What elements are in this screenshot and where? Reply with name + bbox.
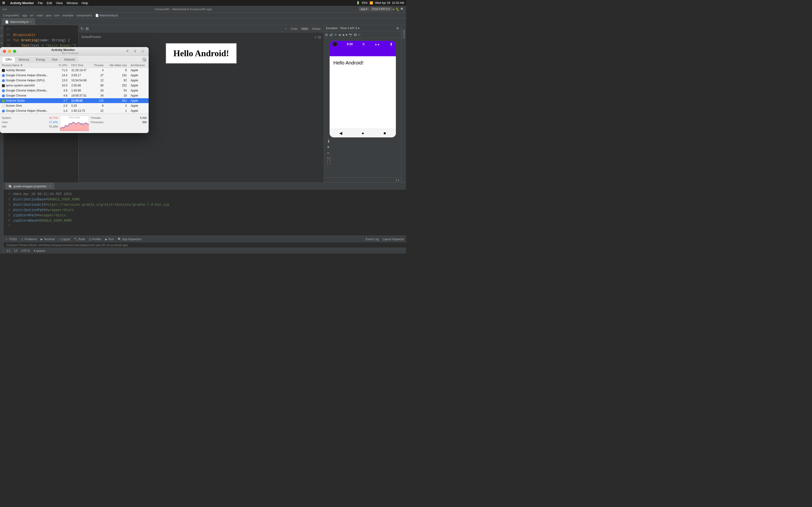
code-btn[interactable]: Code — [290, 27, 299, 30]
bst-build[interactable]: 🔨 Build — [74, 237, 85, 241]
col-idle[interactable]: Idle Wake Ups — [106, 63, 129, 68]
am-maximize-btn[interactable] — [13, 50, 16, 53]
bc-com[interactable]: com — [54, 14, 60, 17]
em-stop[interactable]: ■ — [346, 33, 347, 37]
tab-mainactivity-close[interactable]: ✕ — [30, 20, 32, 23]
tab-mainactivity[interactable]: 📄 MainActivity.kt ✕ — [2, 18, 35, 25]
bst-todo[interactable]: ✓ TODO — [5, 237, 17, 241]
table-row-android-studio[interactable]: Android Studio 2.7 11:09.62 115 451 Appl… — [0, 98, 149, 103]
bst-terminal[interactable]: ▶ Terminal — [41, 237, 55, 241]
bst-layout-inspector[interactable]: Layout Inspector — [383, 237, 404, 241]
toolbar-run[interactable]: ▶ — [393, 7, 395, 11]
table-row[interactable]: Google Chrome Helper (Rende... 4.6 1:45.… — [0, 88, 149, 93]
nav-home[interactable]: ● — [362, 131, 364, 135]
bc-java[interactable]: java — [46, 14, 51, 17]
preview-external[interactable]: ⊡ — [318, 35, 321, 39]
preview-layout[interactable]: ⊞ — [86, 26, 89, 31]
bc-composem1-2[interactable]: composem1 — [77, 14, 92, 17]
table-row[interactable]: Google Chrome Helper (Rende... 14.4 3:59… — [0, 73, 149, 78]
col-cpu[interactable]: % CPU — [55, 63, 69, 68]
phone-settings-gear[interactable]: ⚙ — [362, 43, 365, 46]
toolbar-device-dropdown[interactable]: Pixel 4 API S ▾ — [370, 7, 392, 11]
col-threads[interactable]: Threads — [90, 63, 105, 68]
split-btn[interactable]: Split — [301, 27, 309, 30]
phone-camera — [333, 42, 337, 47]
preview-refresh[interactable]: ↻ — [81, 26, 84, 31]
bc-composem1[interactable]: ComposeM1 — [3, 14, 19, 17]
menubar-app-name[interactable]: Activity Monitor — [10, 1, 34, 5]
em-ctrl-minus[interactable]: − — [327, 151, 331, 156]
bc-mainactivity[interactable]: 📄 MainActivity.kt — [95, 14, 118, 17]
col-arch[interactable]: Architecture — [129, 63, 149, 68]
em-power[interactable]: ⏻ — [325, 33, 328, 37]
em-sound[interactable]: 🔊 — [329, 33, 333, 37]
em-camera[interactable]: 📷 — [349, 33, 352, 37]
nav-back[interactable]: ◀ — [339, 131, 342, 135]
em-prev[interactable]: ◀ — [342, 33, 344, 37]
em-ctrl-plus[interactable]: + — [327, 145, 331, 150]
am-ctrl-close[interactable]: ✕ — [124, 49, 130, 54]
menu-edit[interactable]: Edit — [47, 1, 52, 5]
panel-project[interactable]: P — [1, 27, 2, 30]
bc-main[interactable]: main — [37, 14, 43, 17]
table-row[interactable]: Google Chrome Helper (Rende... 1.4 1:45:… — [0, 108, 149, 113]
menu-help[interactable]: Help — [82, 1, 88, 5]
toolbar-debug[interactable]: 🐛 — [396, 7, 400, 11]
problems-label: Problems — [24, 237, 37, 241]
am-tab-memory[interactable]: Memory — [15, 57, 33, 62]
am-window-title: Activity Monitor — [51, 48, 75, 52]
bc-example[interactable]: example — [63, 14, 73, 17]
apple-icon[interactable]: ⌘ — [2, 1, 5, 5]
preview-expand[interactable]: ⤢ — [314, 35, 317, 39]
bst-event-log[interactable]: Event Log — [366, 237, 379, 241]
menu-file[interactable]: File — [38, 1, 43, 5]
emulator-device[interactable]: Pixel 4 API S ▾ — [340, 26, 359, 30]
bst-problems[interactable]: ⚠ Problems — [21, 237, 37, 241]
col-cpu-time[interactable]: CPU Time — [69, 63, 91, 68]
bst-run[interactable]: ▶ Run — [105, 237, 114, 241]
am-tab-disk[interactable]: Disk — [49, 57, 61, 62]
am-search-btn[interactable]: 🔍 — [142, 57, 147, 62]
am-close-btn[interactable] — [3, 50, 6, 53]
em-ctrl-1-1[interactable]: 1:1 — [327, 157, 331, 160]
panel-structure[interactable]: S — [1, 35, 2, 37]
panel-resource[interactable]: R — [1, 42, 2, 45]
tab-gradle[interactable]: 🐘 gradle-wrapper.properties ✕ — [5, 183, 54, 189]
toolbar-search[interactable]: 🔍 — [400, 7, 404, 11]
toolbar-back[interactable]: ◀ — [2, 7, 4, 11]
col-process-name[interactable]: Process Name ▼ — [0, 63, 55, 68]
em-undo[interactable]: ↩ — [358, 33, 361, 37]
am-tab-network[interactable]: Network — [61, 57, 78, 62]
emulator-tab-label[interactable]: Emulator — [403, 29, 405, 39]
em-screen-rotate[interactable]: ⟳ — [335, 33, 337, 37]
toolbar-forward[interactable]: ▶ — [5, 7, 7, 11]
menu-window[interactable]: Window — [67, 1, 78, 5]
am-minimize-btn[interactable] — [8, 50, 11, 53]
bst-logcat[interactable]: □ Logcat — [59, 237, 70, 241]
table-row[interactable]: Activity Monitor 71.0 31:26:19.47 4 8 Ap… — [0, 68, 149, 73]
bc-src[interactable]: src — [30, 14, 34, 17]
am-tab-cpu[interactable]: CPU — [2, 57, 15, 62]
table-row[interactable]: qemu-system-aarch64 10.5 2:05.66 80 252 … — [0, 83, 149, 88]
table-row[interactable]: Google Chrome Helper (GPU) 13.0 10:54:54… — [0, 78, 149, 83]
am-ctrl-filter[interactable]: ≡ — [140, 49, 146, 54]
table-row[interactable]: Google Chrome 4.6 19:08:37.51 34 18 Appl… — [0, 93, 149, 98]
em-screenshot[interactable]: 🖼 — [354, 33, 357, 37]
am-ctrl-info[interactable]: ℹ — [132, 49, 138, 54]
menu-view[interactable]: View — [56, 1, 63, 5]
gradle-close[interactable]: ✕ — [49, 185, 51, 187]
am-tab-energy[interactable]: Energy — [33, 57, 49, 62]
table-row[interactable]: Screen Shot 2.0 0.25 9 3 Apple — [0, 103, 149, 108]
preview-check[interactable]: ✓ — [285, 26, 288, 31]
nav-recent[interactable]: ■ — [384, 131, 386, 135]
design-btn[interactable]: Design — [311, 27, 322, 30]
em-ctrl-download[interactable]: ⬇ — [327, 139, 331, 144]
bc-app[interactable]: app — [22, 14, 27, 17]
bst-app-inspection[interactable]: 🔍 App Inspection — [118, 237, 141, 241]
em-volume-down[interactable]: ◀ — [338, 33, 341, 37]
toolbar-app-dropdown[interactable]: app ▾ — [359, 7, 369, 11]
emulator-settings[interactable]: ⚙ — [396, 26, 399, 30]
em-ctrl-fullscreen[interactable]: ⛶ — [327, 161, 331, 165]
bst-profiler[interactable]: ◷ Profiler — [89, 237, 101, 241]
emulator-label: Emulator: — [326, 26, 338, 30]
